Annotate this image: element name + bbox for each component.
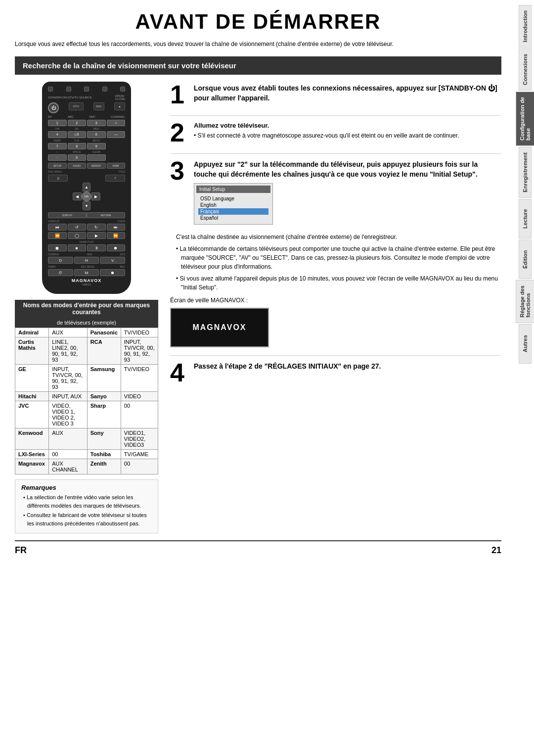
- sidebar-tab-configuration[interactable]: Configuration debase: [516, 92, 534, 146]
- dpad-left[interactable]: ◀: [73, 192, 82, 200]
- tv-menu-title: Initial Setup: [196, 186, 270, 193]
- page-number: 21: [491, 545, 501, 556]
- step-2-subtitle: Allumez votre téléviseur.: [194, 122, 501, 129]
- notes-title: Remarques: [21, 484, 152, 491]
- stop2-btn[interactable]: ■: [68, 244, 87, 251]
- sidebar-tab-connexions[interactable]: Connexions: [519, 48, 532, 91]
- remote-top-btn-2: [66, 87, 71, 92]
- num-dot[interactable]: ·: [48, 154, 67, 161]
- notes-items: • La sélection de l'entrée vidéo varie s…: [21, 493, 152, 527]
- num-2[interactable]: 2: [68, 120, 87, 126]
- dpad-area: ▲ ▼ ◀ ▶ OK: [48, 183, 125, 210]
- disc-menu-btn[interactable]: ☰: [48, 175, 68, 182]
- num-9[interactable]: 9: [87, 143, 106, 149]
- sidebar-tab-edition[interactable]: Édition: [519, 239, 532, 279]
- standby-button[interactable]: ⏻: [48, 102, 59, 113]
- next-btn[interactable]: ⏩: [107, 232, 126, 239]
- hdmi-btn[interactable]: HDMI: [107, 163, 126, 169]
- transport-row: ⏮ ↺ ↻ ⏭: [48, 224, 125, 231]
- ok-button[interactable]: OK: [82, 191, 91, 201]
- remote-top-btn-1: [48, 87, 53, 92]
- timer-label: TIMER: [48, 265, 56, 268]
- sidebar-tab-lecture[interactable]: Lecture: [519, 199, 532, 238]
- num-4[interactable]: 4: [48, 131, 67, 138]
- rapid-play-label: RAPID PLAY: [48, 240, 125, 243]
- step-2-content: Allumez votre téléviseur. • S'il est con…: [194, 120, 501, 142]
- pause-btn[interactable]: ⏸: [87, 244, 106, 251]
- setup-btn[interactable]: SETUP: [48, 163, 67, 169]
- vreplay-label: V.REPLAY: [48, 220, 60, 223]
- recmode-btn[interactable]: M: [74, 269, 99, 276]
- slow-btn[interactable]: ◼: [48, 244, 67, 251]
- step-1-title: Lorsque vous avez établi toutes les conn…: [194, 84, 501, 103]
- rewind-btn[interactable]: ⏮: [48, 224, 67, 231]
- num-6[interactable]: 6: [87, 131, 106, 138]
- remote-top-btn-4: [102, 87, 107, 92]
- rec-btn[interactable]: ⏺: [100, 269, 125, 276]
- open-close-button[interactable]: ▲: [114, 102, 125, 110]
- magnavox-screen-label: Écran de veille MAGNAVOX :: [170, 297, 501, 304]
- timer-btn[interactable]: ⏱: [48, 269, 73, 276]
- sidebar-tab-enregistrement[interactable]: Enregistrement: [519, 147, 532, 198]
- pqrs-label: PQRS: [48, 139, 67, 142]
- func-row: SETUP AUDIO REPEAT HDMI: [48, 163, 125, 169]
- dpad: ▲ ▼ ◀ ▶ OK: [73, 183, 100, 210]
- num-1[interactable]: 1: [48, 120, 67, 126]
- display-return-row: DISPLAY RETURN: [48, 212, 125, 218]
- right-col: 1 Lorsque vous avez établi toutes les co…: [170, 82, 501, 533]
- tv-menu-osd-label: OSD Language: [198, 195, 268, 202]
- dpad-right[interactable]: ▶: [91, 192, 100, 200]
- def-label: DEF: [89, 115, 95, 118]
- num-clear-btn[interactable]: [87, 154, 106, 161]
- magnavox-screen: MAGNAVOX: [170, 308, 269, 347]
- abc-label: ABC: [68, 115, 74, 118]
- table-header-2: de téléviseurs (exemple): [15, 318, 158, 328]
- tv-menu-box: Initial Setup OSD Language EnglishFrança…: [194, 183, 273, 225]
- num-plus[interactable]: +: [107, 120, 126, 126]
- step-2-body: • S'il est connecté à votre magnétoscope…: [194, 131, 501, 140]
- sidebar-tab-introduction[interactable]: Introduction: [519, 5, 532, 47]
- num-5[interactable]: ▷5: [68, 131, 87, 138]
- dtv-tv-button[interactable]: DTV: [69, 102, 84, 110]
- num-7[interactable]: 7: [48, 143, 67, 149]
- notes-box: Remarques • La sélection de l'entrée vid…: [15, 479, 158, 533]
- prev-btn[interactable]: ⏪: [48, 232, 67, 239]
- remote-model: N8820: [48, 283, 125, 286]
- magnavox-logo: MAGNAVOX: [192, 323, 246, 332]
- num-3[interactable]: 3: [87, 120, 106, 126]
- vreplay-btn[interactable]: ↺: [68, 224, 87, 231]
- vskip-btn[interactable]: ↻: [87, 224, 106, 231]
- sidebar-tab-autres[interactable]: Autres: [519, 324, 532, 364]
- dpad-down[interactable]: ▼: [83, 201, 90, 210]
- recmode-label: REC MODE: [81, 265, 94, 268]
- display-btn[interactable]: DISPLAY: [48, 212, 87, 218]
- num-0[interactable]: 0: [68, 154, 87, 161]
- repeat-btn[interactable]: REPEAT: [87, 163, 106, 169]
- lang-code: FR: [15, 545, 27, 556]
- title-btn[interactable]: T: [105, 175, 125, 182]
- step-3-number: 3: [170, 158, 188, 184]
- play-btn[interactable]: ▶: [87, 232, 106, 239]
- audio-btn[interactable]: AUDIO: [68, 163, 87, 169]
- num-dash[interactable]: —: [107, 131, 126, 138]
- step-4-number: 4: [170, 360, 188, 385]
- step-1-content: Lorsque vous avez établi toutes les conn…: [194, 82, 501, 106]
- remote-top-btn-3: [84, 87, 89, 92]
- fastfwd-btn[interactable]: ⏭: [107, 224, 126, 231]
- dvd-btn[interactable]: V: [100, 257, 125, 264]
- wxyz-label: WXYZ: [87, 139, 106, 142]
- num-8[interactable]: 8: [68, 143, 87, 149]
- stop-btn[interactable]: ◯: [68, 232, 87, 239]
- table-header-1: Noms des modes d'entrée pour des marques…: [15, 300, 158, 318]
- return-btn[interactable]: RETURN: [87, 212, 125, 218]
- mno-label: MNO: [87, 127, 106, 130]
- rec-pause-btn[interactable]: ⏺: [107, 244, 126, 251]
- dvd-label: DVD: [120, 253, 125, 256]
- dpad-up[interactable]: ▲: [83, 183, 90, 191]
- hdd-btn[interactable]: H: [74, 257, 99, 264]
- vskip-label: V.SKIP: [117, 220, 125, 223]
- sidebar-tab-reglage[interactable]: Réglage desfonctions: [516, 280, 534, 323]
- step-3: 3 Appuyez sur "2" sur la télécommande du…: [170, 158, 501, 225]
- source-button[interactable]: SRC: [93, 102, 104, 110]
- dubbing-btn[interactable]: D: [48, 257, 73, 264]
